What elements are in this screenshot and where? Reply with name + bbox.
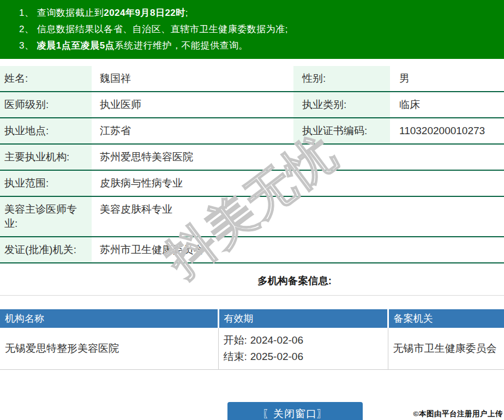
- table-row: 发证(批准)机关: 苏州市卫生健康委员会: [0, 237, 504, 263]
- divider-line: [0, 295, 504, 296]
- notice-line-1: 1、 查询数据截止到2024年9月8日22时;: [19, 5, 499, 21]
- column-header-validity: 有效期: [218, 309, 388, 328]
- notice-banner: 1、 查询数据截止到2024年9月8日22时; 2、 信息数据结果以各省、自治区…: [0, 0, 504, 59]
- field-value-practice-scope: 皮肤病与性病专业: [92, 170, 504, 196]
- column-header-authority: 备案机关: [388, 309, 504, 328]
- org-table-header-row: 机构名称 有效期 备案机关: [0, 309, 504, 328]
- field-value-gender: 男: [390, 66, 504, 92]
- validity-end: 结束:2025-02-06: [224, 349, 388, 365]
- field-label-practice-scope: 执业范围:: [0, 170, 92, 196]
- field-label-gender: 性别:: [293, 66, 390, 92]
- table-row: 姓名: 魏国祥 性别: 男: [0, 66, 504, 92]
- field-value-doctor-level: 执业医师: [92, 92, 293, 118]
- table-row: 执业地点: 江苏省 执业证书编码: 110320200010273: [0, 118, 504, 144]
- table-row: 医师级别: 执业医师 执业类别: 临床: [0, 92, 504, 118]
- field-value-issuing-authority: 苏州市卫生健康委员会: [92, 237, 504, 263]
- multi-org-table: 机构名称 有效期 备案机关 无锡爱思特整形美容医院 开始:2024-02-06 …: [0, 309, 504, 370]
- authority-cell: 无锡市卫生健康委员会: [388, 328, 504, 369]
- table-row: 美容主诊医师专业: 美容皮肤科专业: [0, 196, 504, 237]
- field-label-name: 姓名:: [0, 66, 92, 92]
- field-label-issuing-authority: 发证(批准)机关:: [0, 237, 92, 263]
- table-row: 主要执业机构: 苏州爱思特美容医院: [0, 144, 504, 170]
- field-label-main-institution: 主要执业机构:: [0, 144, 92, 170]
- notice-line-2: 2、 信息数据结果以各省、自治区、直辖市卫生健康委数据为准;: [19, 21, 499, 38]
- column-header-org-name: 机构名称: [0, 309, 218, 328]
- field-value-cert-number: 110320200010273: [390, 118, 504, 144]
- table-row: 执业范围: 皮肤病与性病专业: [0, 170, 504, 196]
- field-value-cosmetic-specialty: 美容皮肤科专业: [92, 196, 504, 237]
- section-title-multi-org: 多机构备案信息:: [43, 274, 504, 287]
- org-table-row: 无锡爱思特整形美容医院 开始:2024-02-06 结束:2025-02-06 …: [0, 328, 504, 369]
- field-label-doctor-level: 医师级别:: [0, 92, 92, 118]
- doctor-info-table: 姓名: 魏国祥 性别: 男 医师级别: 执业医师 执业类别: 临床 执业地点: …: [0, 66, 504, 263]
- field-value-practice-class: 临床: [390, 92, 504, 118]
- notice-line-3: 3、 凌晨1点至凌晨5点系统进行维护，不能提供查询。: [19, 38, 499, 54]
- field-label-practice-class: 执业类别:: [293, 92, 390, 118]
- field-label-cosmetic-specialty: 美容主诊医师专业:: [0, 196, 92, 237]
- validity-cell: 开始:2024-02-06 结束:2025-02-06: [218, 328, 388, 369]
- close-window-button[interactable]: 〖关闭窗口〗: [227, 402, 363, 420]
- field-value-name: 魏国祥: [92, 66, 293, 92]
- field-label-practice-place: 执业地点:: [0, 118, 92, 144]
- field-label-cert-number: 执业证书编码:: [293, 118, 390, 144]
- org-name-cell: 无锡爱思特整形美容医院: [0, 328, 218, 369]
- validity-start: 开始:2024-02-06: [224, 332, 388, 349]
- field-value-practice-place: 江苏省: [92, 118, 293, 144]
- copyright-note: ©本图由平台注册用户上传: [413, 409, 503, 419]
- field-value-main-institution: 苏州爱思特美容医院: [92, 144, 504, 170]
